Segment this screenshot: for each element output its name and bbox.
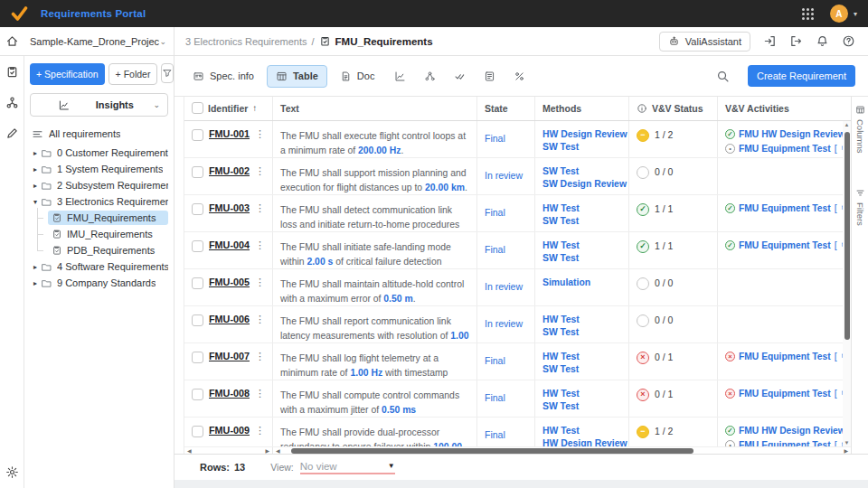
tree-folder-4-software-requirements[interactable]: ▸ 4 Software Requirements <box>30 258 168 275</box>
scroll-right-icon[interactable]: ▶ <box>265 447 269 454</box>
avatar-caret-icon[interactable]: ▾ <box>854 10 857 18</box>
tab-table[interactable]: Table <box>267 65 327 88</box>
identifier-link[interactable]: FMU-001 <box>209 128 250 139</box>
identifier-link[interactable]: FMU-007 <box>209 351 250 361</box>
tree-folder-9-company-standards[interactable]: ▸ 9 Company Standards <box>30 275 168 291</box>
tab-test-matrix[interactable] <box>506 65 533 88</box>
scroll-left-icon[interactable]: ◀ <box>187 447 192 454</box>
add-specification-button[interactable]: + Specification <box>30 63 105 85</box>
identifier-link[interactable]: FMU-002 <box>209 165 250 176</box>
vv-activity-link[interactable]: FMU Equipment Test <box>739 144 831 154</box>
method-link[interactable]: SW Test <box>542 364 621 374</box>
project-selector[interactable]: Sample-Kame_Drone_Project ⌄ <box>24 27 175 55</box>
method-link[interactable]: SW Test <box>542 327 621 337</box>
select-all-checkbox[interactable] <box>192 102 203 114</box>
caret-right-icon[interactable]: ▸ <box>30 165 41 174</box>
method-link[interactable]: HW Test <box>542 389 621 399</box>
help-icon[interactable] <box>842 34 855 48</box>
column-header-vv-activities[interactable]: V&V Activities <box>725 103 789 114</box>
insights-dropdown[interactable]: Insights ⌄ <box>30 93 168 117</box>
caret-right-icon[interactable]: ▸ <box>30 182 41 190</box>
scroll-up-icon[interactable]: ▲ <box>844 121 850 128</box>
view-select[interactable]: No view ▼ <box>300 461 395 474</box>
table-row[interactable]: FMU-004 ⋮ The FMU shall initiate safe-la… <box>184 232 851 269</box>
row-menu-icon[interactable]: ⋮ <box>255 389 265 398</box>
table-row[interactable]: FMU-007 ⋮ The FMU shall log flight telem… <box>184 343 851 380</box>
method-link[interactable]: HW Design Review <box>542 438 621 446</box>
tab-doc[interactable]: Doc <box>331 65 384 88</box>
row-checkbox[interactable] <box>192 277 203 289</box>
table-row[interactable]: FMU-006 ⋮ The FMU shall report communica… <box>184 306 851 343</box>
caret-down-icon[interactable]: ▾ <box>30 198 41 206</box>
vv-activity-link[interactable]: FMU Equipment Test <box>739 389 831 399</box>
table-row[interactable]: FMU-008 ⋮ The FMU shall compute control … <box>184 380 851 418</box>
column-header-identifier[interactable]: Identifier <box>208 103 248 114</box>
column-header-methods[interactable]: Methods <box>542 103 581 114</box>
row-menu-icon[interactable]: ⋮ <box>255 352 265 361</box>
vali-assistant-button[interactable]: ValiAssistant <box>659 32 750 52</box>
home-icon[interactable] <box>5 34 19 48</box>
vv-activity-link[interactable]: FMU Equipment Test <box>739 240 831 250</box>
row-checkbox[interactable] <box>192 352 203 363</box>
table-horizontal-scrollbar[interactable]: ◀ ▶ ◀ ▶ <box>184 446 851 454</box>
table-row[interactable]: FMU-005 ⋮ The FMU shall maintain altitud… <box>184 269 851 306</box>
method-link[interactable]: SW Test <box>542 401 621 411</box>
row-checkbox[interactable] <box>192 240 203 252</box>
table-row[interactable]: FMU-003 ⋮ The FMU shall detect communica… <box>184 195 851 232</box>
row-menu-icon[interactable]: ⋮ <box>255 314 265 324</box>
table-row[interactable]: FMU-002 ⋮ The FMU shall support mission … <box>184 158 851 195</box>
method-link[interactable]: HW Test <box>542 240 621 250</box>
tab-insights-chart[interactable] <box>387 65 413 88</box>
search-icon[interactable] <box>716 70 730 83</box>
vertical-scroll-thumb[interactable] <box>844 132 850 340</box>
scroll-down-icon[interactable]: ▼ <box>844 439 850 446</box>
create-requirement-button[interactable]: Create Requirement <box>748 65 855 87</box>
avatar[interactable]: A <box>830 5 848 23</box>
caret-right-icon[interactable]: ▸ <box>30 263 41 271</box>
row-menu-icon[interactable]: ⋮ <box>255 240 265 249</box>
method-link[interactable]: Simulation <box>542 277 621 287</box>
tree-folder-3-electronics-requirements[interactable]: ▾ 3 Electronics Requirements <box>30 193 168 210</box>
column-header-text[interactable]: Text <box>280 103 299 114</box>
tree-folder-0-customer-requirements[interactable]: ▸ 0 Customer Requirements <box>30 145 168 161</box>
method-link[interactable]: HW Design Review <box>542 129 621 139</box>
filter-button[interactable] <box>161 63 174 83</box>
export-icon[interactable] <box>789 34 803 48</box>
identifier-link[interactable]: FMU-004 <box>209 239 250 250</box>
row-checkbox[interactable] <box>192 389 203 400</box>
tab-traceability-graph[interactable] <box>417 65 443 88</box>
settings-gear-icon[interactable] <box>5 465 19 479</box>
method-link[interactable]: SW Design Review <box>542 179 621 189</box>
filters-panel-toggle[interactable]: Filters <box>855 188 865 226</box>
tree-spec-fmu-requirements[interactable]: FMU_Requirements <box>30 210 168 226</box>
tree-folder-1-system-requirements[interactable]: ▸ 1 System Requirements <box>30 161 168 177</box>
caret-right-icon[interactable]: ▸ <box>30 279 41 287</box>
add-folder-button[interactable]: + Folder <box>108 63 158 85</box>
method-link[interactable]: SW Test <box>542 166 621 176</box>
tab-forms-list[interactable] <box>476 65 503 88</box>
method-link[interactable]: HW Test <box>542 352 621 361</box>
scroll-left-icon[interactable]: ◀ <box>276 447 280 454</box>
tab-spec-info[interactable]: Spec. info <box>184 65 263 88</box>
method-link[interactable]: HW Test <box>542 203 621 213</box>
method-link[interactable]: SW Test <box>542 216 621 226</box>
row-checkbox[interactable] <box>192 129 203 141</box>
row-checkbox[interactable] <box>192 314 203 326</box>
identifier-link[interactable]: FMU-003 <box>209 202 250 213</box>
columns-panel-toggle[interactable]: Columns <box>855 105 865 154</box>
import-icon[interactable] <box>763 34 777 48</box>
tab-verification-checks[interactable] <box>447 65 473 88</box>
row-checkbox[interactable] <box>192 166 203 178</box>
identifier-link[interactable]: FMU-006 <box>209 314 250 324</box>
method-link[interactable]: HW Test <box>542 426 621 436</box>
identifier-link[interactable]: FMU-005 <box>209 277 250 287</box>
table-vertical-scrollbar[interactable]: ▲ ▼ <box>843 121 851 446</box>
sidebar-item-all-requirements[interactable]: All requirements <box>30 126 168 142</box>
vv-activity-link[interactable]: FMU Equipment Test <box>739 203 831 213</box>
vv-activity-link[interactable]: FMU HW Design Review <box>739 426 845 436</box>
tree-spec-pdb-requirements[interactable]: PDB_Requirements <box>30 242 168 258</box>
breadcrumb-parent[interactable]: 3 Electronics Requirements <box>185 36 307 47</box>
column-header-vv-status[interactable]: V&V Status <box>652 103 703 114</box>
product-tree-icon[interactable] <box>5 96 19 109</box>
vv-activity-link[interactable]: FMU HW Design Review <box>739 129 845 139</box>
